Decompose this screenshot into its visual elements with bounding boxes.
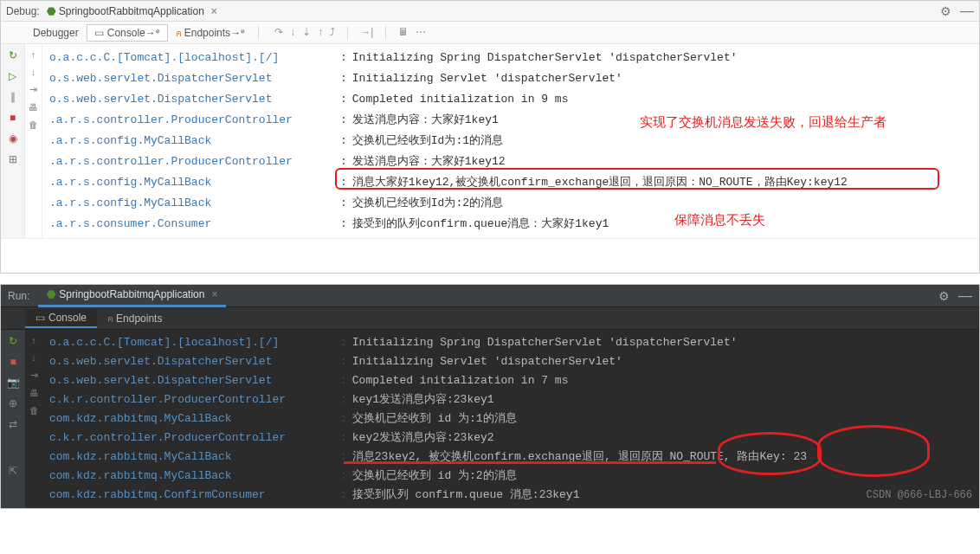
layout-icon[interactable]: ⊞ xyxy=(9,153,17,165)
app-name: SpringbootRabbitmqApplication xyxy=(59,5,204,17)
annotation-text: 保障消息不丢失 xyxy=(674,213,765,230)
log-line: c.k.r.controller.ProducerController:key2… xyxy=(49,428,972,448)
down-icon[interactable]: ↓ xyxy=(31,352,36,363)
log-line: o.s.web.servlet.DispatcherServlet:Comple… xyxy=(49,89,972,110)
log-line: com.kdz.rabbitmq.MyCallBack:交换机已经收到 id 为… xyxy=(49,409,972,428)
run-config-tab[interactable]: ⬣ SpringbootRabbitmqApplication × xyxy=(47,5,940,17)
debug-header: Debug: ⬣ SpringbootRabbitmqApplication ×… xyxy=(1,1,979,22)
evaluate-icon[interactable]: 🖩 xyxy=(398,26,409,40)
log-line: o.a.c.c.C.[Tomcat].[localhost].[/]:Initi… xyxy=(49,48,972,68)
layout-icon[interactable]: ⇄ xyxy=(9,418,17,430)
breakpoints-icon[interactable]: ◉ xyxy=(9,132,17,145)
console-output[interactable]: o.a.c.c.C.[Tomcat].[localhost].[/]:Initi… xyxy=(42,44,979,238)
log-line: .a.r.s.config.MyCallBack:消息大家好1key12,被交换… xyxy=(49,172,972,193)
log-line: o.s.web.servlet.DispatcherServlet:Initia… xyxy=(49,68,972,89)
annotation-text: 实现了交换机消息发送失败，回退给生产者 xyxy=(640,115,917,132)
run-config-tab[interactable]: ⬣ SpringbootRabbitmqApplication × xyxy=(38,285,226,307)
stop-icon[interactable]: ■ xyxy=(10,112,16,124)
down-icon[interactable]: ↓ xyxy=(31,67,36,77)
left-gutter: ↻ ▷ ∥ ■ ◉ ⊞ xyxy=(1,44,25,238)
wrap-icon[interactable]: ⇥ xyxy=(30,370,38,381)
resume-icon[interactable]: ▷ xyxy=(9,70,16,82)
gear-icon[interactable]: ⚙ xyxy=(940,4,951,18)
exit-icon[interactable]: ⇱ xyxy=(9,465,17,477)
rerun-icon[interactable]: ↻ xyxy=(9,335,17,347)
log-line: c.k.r.controller.ProducerController:key1… xyxy=(49,390,972,409)
log-line: com.kdz.rabbitmq.MyCallBack:消息23key2, 被交… xyxy=(49,448,972,467)
console-icon: ▭ xyxy=(94,27,104,39)
print-icon[interactable]: 🖶 xyxy=(29,388,39,398)
wrap-icon[interactable]: ⇥ xyxy=(29,84,37,95)
console-icon: ▭ xyxy=(35,312,45,324)
trash-icon[interactable]: 🗑 xyxy=(29,405,39,416)
run-label: Run: xyxy=(8,290,29,302)
pause-icon[interactable]: ∥ xyxy=(10,91,16,103)
stop-icon[interactable]: ■ xyxy=(10,356,16,368)
step-controls: ↷ ↓ ⇣ ↑ ⤴ →| 🖩 ⋯ xyxy=(274,26,426,40)
debug-panel: ⭐ 2: Favorites🌐 Web Debug: ⬣ SpringbootR… xyxy=(0,0,980,274)
separator xyxy=(258,26,259,40)
minimize-icon[interactable]: — xyxy=(960,3,974,19)
console-output[interactable]: o.a.c.c.C.[Tomcat].[localhost].[/]:Initi… xyxy=(42,330,979,508)
run-toolbar: ▭Console ⩀Endpoints xyxy=(1,307,979,330)
log-line: .a.r.s.consumer.Consumer:接受到的队列confirm.q… xyxy=(49,214,972,235)
run-to-cursor-icon[interactable]: →| xyxy=(360,26,373,40)
spring-icon: ⬣ xyxy=(47,5,55,17)
watermark-text: CSDN @666-LBJ-666 xyxy=(867,486,972,505)
log-line: o.s.web.servlet.DispatcherServlet:Comple… xyxy=(49,371,972,390)
trash-icon[interactable]: 🗑 xyxy=(29,119,38,130)
camera-icon[interactable]: 📷 xyxy=(7,377,20,389)
close-icon[interactable]: × xyxy=(211,288,217,300)
close-icon[interactable]: × xyxy=(211,5,217,17)
console-gutter: ↑ ↓ ⇥ 🖶 🗑 xyxy=(25,44,42,238)
step-out-icon[interactable]: ↑ xyxy=(318,26,323,40)
log-line: .a.r.s.controller.ProducerController:发送消… xyxy=(49,151,972,172)
run-header: Run: ⬣ SpringbootRabbitmqApplication × ⚙… xyxy=(1,285,979,307)
log-line: com.kdz.rabbitmq.ConfirmConsumer:接受到队列 c… xyxy=(49,486,972,505)
debug-label: Debug: xyxy=(6,5,40,17)
more-icon[interactable]: ⋯ xyxy=(416,26,426,40)
log-line: com.kdz.rabbitmq.MyCallBack:交换机已经收到 id 为… xyxy=(49,467,972,486)
rerun-icon[interactable]: ↻ xyxy=(9,49,17,61)
debug-toolbar: Debugger ▭Console →ᵉ ⩀Endpoints →ᵉ ↷ ↓ ⇣… xyxy=(1,22,979,44)
force-step-into-icon[interactable]: ⇣ xyxy=(302,26,311,40)
run-panel: Run: ⬣ SpringbootRabbitmqApplication × ⚙… xyxy=(0,284,980,509)
minimize-icon[interactable]: — xyxy=(958,288,972,304)
spring-icon: ⬣ xyxy=(47,288,55,300)
tab-debugger[interactable]: Debugger xyxy=(25,24,87,42)
endpoints-icon: ⩀ xyxy=(107,312,113,325)
up-icon[interactable]: ↑ xyxy=(31,335,36,345)
log-line: .a.r.s.config.MyCallBack:交换机已经收到Id为:2的消息 xyxy=(49,193,972,214)
actuator-icon[interactable]: ⊕ xyxy=(9,397,17,409)
step-into-icon[interactable]: ↓ xyxy=(290,26,295,40)
console-gutter: ↑ ↓ ⇥ 🖶 🗑 xyxy=(25,330,42,508)
log-line: .a.r.s.config.MyCallBack:交换机已经收到Id为:1的消息 xyxy=(49,131,972,151)
app-name: SpringbootRabbitmqApplication xyxy=(59,288,204,300)
left-gutter: ↻ ■ 📷 ⊕ ⇄ ⇱ xyxy=(1,330,25,508)
endpoints-icon: ⩀ xyxy=(176,27,181,39)
log-line: o.a.c.c.C.[Tomcat].[localhost].[/]:Initi… xyxy=(49,333,972,352)
step-over-icon[interactable]: ↷ xyxy=(274,26,283,40)
log-line: o.s.web.servlet.DispatcherServlet:Initia… xyxy=(49,352,972,371)
print-icon[interactable]: 🖶 xyxy=(29,102,38,113)
gear-icon[interactable]: ⚙ xyxy=(938,289,950,303)
tab-console[interactable]: ▭Console xyxy=(25,309,97,328)
up-icon[interactable]: ↑ xyxy=(31,49,36,60)
drop-frame-icon[interactable]: ⤴ xyxy=(330,26,335,40)
tab-endpoints[interactable]: ⩀Endpoints xyxy=(97,309,172,328)
tab-console[interactable]: ▭Console →ᵉ xyxy=(87,24,168,42)
tab-endpoints[interactable]: ⩀Endpoints →ᵉ xyxy=(168,24,253,42)
